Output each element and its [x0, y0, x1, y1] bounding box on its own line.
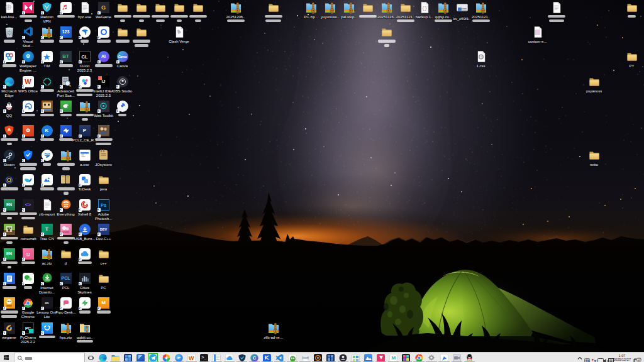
svg-text:{}: {}: [421, 6, 426, 11]
svg-text:C: C: [253, 356, 256, 360]
